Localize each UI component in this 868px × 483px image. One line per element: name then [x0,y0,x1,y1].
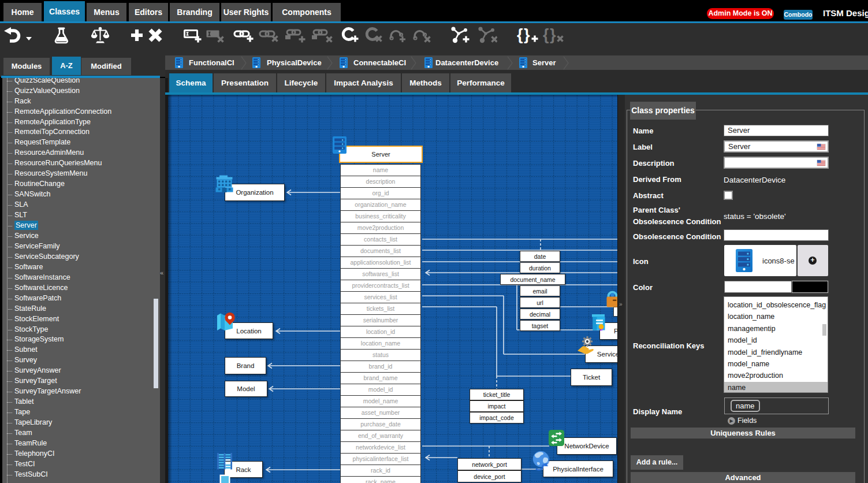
svg-text:{}: {} [517,27,531,43]
svg-text:{}: {} [543,27,557,43]
